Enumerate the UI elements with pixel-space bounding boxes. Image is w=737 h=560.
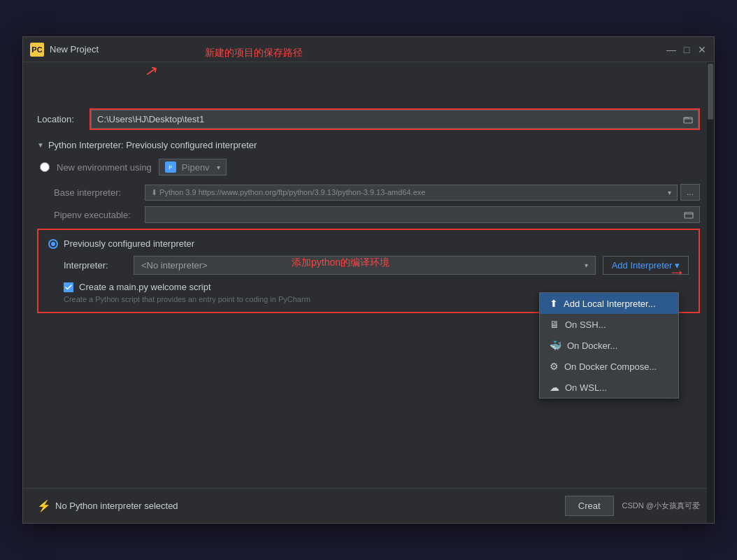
dropdown-item-add-local-label: Add Local Interpreter...	[564, 299, 656, 309]
pipenv-dropdown[interactable]: P Pipenv ▾	[159, 159, 227, 175]
window-controls: — □ ✕	[666, 45, 707, 55]
maximize-button[interactable]: □	[682, 45, 692, 55]
interpreter-label: Interpreter:	[64, 260, 127, 271]
minimize-button[interactable]: —	[666, 45, 676, 55]
pipenv-executable-input[interactable]	[145, 206, 700, 223]
dropdown-item-docker[interactable]: 🐳 On Docker...	[540, 335, 678, 356]
dropdown-item-ssh-label: On SSH...	[565, 320, 606, 330]
previously-radio-button[interactable]	[48, 239, 58, 249]
create-main-py-checkbox[interactable]	[64, 282, 73, 292]
dropdown-item-ssh[interactable]: 🖥 On SSH...	[540, 314, 678, 335]
app-icon: PC	[30, 43, 44, 57]
warning-wrap: ⚡ No Python interpreter selected	[37, 499, 178, 512]
home-icon: ⬆	[550, 298, 558, 309]
browse-folder-button[interactable]	[678, 110, 699, 129]
main-content: 新建的项目的保存路径 ↙ Location: ▼ Python Interpre…	[23, 62, 714, 488]
docker-icon: 🐳	[550, 340, 561, 351]
python-interpreter-section-title: Python Interpreter: Previously configure…	[48, 140, 257, 150]
folder-icon	[684, 210, 694, 220]
dropdown-item-docker-compose[interactable]: ⚙ On Docker Compose...	[540, 356, 678, 377]
title-bar: PC New Project — □ ✕	[23, 37, 714, 62]
base-interpreter-dots-button[interactable]: ...	[680, 184, 700, 201]
chevron-down-icon[interactable]: ▼	[37, 141, 44, 149]
dropdown-item-docker-compose-label: On Docker Compose...	[564, 361, 657, 372]
create-main-py-label: Create a main.py welcome script	[79, 282, 211, 292]
dropdown-item-wsl[interactable]: ☁ On WSL...	[540, 377, 678, 398]
ssh-icon: 🖥	[550, 319, 559, 330]
wsl-icon: ☁	[550, 382, 559, 393]
docker-compose-icon: ⚙	[550, 361, 559, 372]
base-interpreter-select[interactable]: ⬇ Python 3.9 https://www.python.org/ftp/…	[145, 185, 678, 201]
pipenv-executable-row: Pipenv executable:	[37, 206, 700, 223]
pipenv-executable-label: Pipenv executable:	[54, 210, 138, 220]
pipenv-icon: P	[165, 161, 176, 173]
create-button[interactable]: Creat	[565, 496, 614, 516]
create-main-py-row: Create a main.py welcome script	[48, 282, 689, 292]
pipenv-label: Pipenv	[182, 162, 210, 173]
new-env-radio[interactable]	[40, 162, 50, 172]
svg-rect-0	[684, 117, 692, 123]
interpreter-select-row: Interpreter: <No interpreter> ▾ Add Inte…	[48, 256, 689, 275]
location-row: Location:	[37, 108, 700, 130]
new-project-dialog: PC New Project — □ ✕ 新建的项目的保存路径 ↙ Locati…	[22, 36, 715, 524]
base-interpreter-input-wrap: ⬇ Python 3.9 https://www.python.org/ftp/…	[145, 184, 700, 201]
dropdown-item-wsl-label: On WSL...	[565, 382, 607, 393]
previously-label: Previously configured interpreter	[64, 238, 194, 249]
chevron-down-icon: ▾	[668, 189, 671, 196]
close-button[interactable]: ✕	[697, 45, 707, 55]
base-interpreter-label: Base interpreter:	[54, 187, 138, 198]
location-input-wrap	[90, 108, 700, 130]
new-env-label: New environment using	[57, 162, 152, 173]
new-env-radio-row: New environment using P Pipenv ▾	[37, 159, 700, 175]
warning-icon: ⚡	[37, 499, 51, 512]
csdn-badge: CSDN @小女孩真可爱	[622, 501, 700, 511]
location-label: Location:	[37, 114, 83, 124]
chevron-down-icon: ▾	[585, 261, 588, 269]
add-interpreter-button[interactable]: Add Interpreter ▾	[603, 256, 689, 275]
chevron-down-icon: ▾	[217, 164, 220, 171]
previously-radio-row: Previously configured interpreter	[48, 238, 689, 249]
annotation-location-arrow: ↙	[144, 62, 159, 82]
pipenv-executable-wrap	[145, 206, 700, 223]
previously-configured-section: Previously configured interpreter Interp…	[37, 229, 700, 313]
dropdown-item-add-local[interactable]: ⬆ Add Local Interpreter...	[540, 293, 678, 314]
base-interpreter-value: ⬇ Python 3.9 https://www.python.org/ftp/…	[151, 188, 425, 197]
svg-rect-1	[685, 213, 693, 218]
base-interpreter-row: Base interpreter: ⬇ Python 3.9 https://w…	[37, 184, 700, 201]
bottom-bar: ⚡ No Python interpreter selected Creat C…	[23, 488, 714, 523]
interpreter-dropdown-menu: ⬆ Add Local Interpreter... 🖥 On SSH... 🐳…	[539, 292, 679, 399]
folder-icon	[683, 115, 693, 124]
interpreter-select[interactable]: <No interpreter> ▾	[134, 256, 596, 275]
dropdown-item-docker-label: On Docker...	[567, 340, 617, 351]
checkmark-icon	[65, 285, 72, 290]
warning-text: No Python interpreter selected	[55, 501, 178, 511]
python-interpreter-section-header: ▼ Python Interpreter: Previously configu…	[37, 140, 700, 150]
window-title: New Project	[50, 44, 666, 55]
radio-inner-dot	[51, 242, 55, 246]
location-input[interactable]	[91, 110, 699, 129]
interpreter-value: <No interpreter>	[141, 260, 208, 271]
